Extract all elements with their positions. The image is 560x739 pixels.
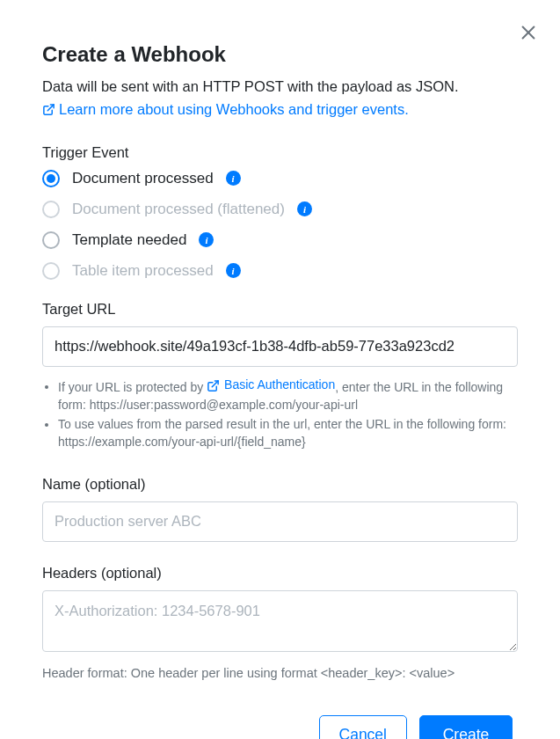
hint-parsed-values: To use values from the parsed result in … xyxy=(58,415,518,451)
radio-icon xyxy=(42,231,60,249)
radio-document-processed-flattened: Document processed (flattened) i xyxy=(42,201,518,218)
close-button[interactable] xyxy=(516,21,541,46)
headers-hint: Header format: One header per line using… xyxy=(42,666,518,680)
external-link-icon xyxy=(42,103,55,116)
info-icon[interactable]: i xyxy=(226,263,241,278)
radio-icon xyxy=(42,170,60,187)
modal-footer: Cancel Create xyxy=(42,715,518,739)
target-url-input[interactable] xyxy=(42,326,518,367)
modal-title: Create a Webhook xyxy=(42,42,518,67)
target-url-hints: If your URL is protected by Basic Authen… xyxy=(42,376,518,451)
headers-input[interactable] xyxy=(42,590,518,652)
learn-more-link[interactable]: Learn more about using Webhooks and trig… xyxy=(42,101,409,118)
radio-icon xyxy=(42,201,60,218)
headers-label: Headers (optional) xyxy=(42,565,518,582)
radio-template-needed[interactable]: Template needed i xyxy=(42,231,518,249)
learn-more-label: Learn more about using Webhooks and trig… xyxy=(59,101,409,118)
close-icon xyxy=(519,23,538,45)
external-link-icon xyxy=(207,379,220,392)
cancel-button[interactable]: Cancel xyxy=(319,715,407,739)
target-url-label: Target URL xyxy=(42,301,518,318)
radio-label: Table item processed xyxy=(72,262,214,280)
trigger-event-label: Trigger Event xyxy=(42,144,518,161)
info-icon[interactable]: i xyxy=(297,201,312,216)
trigger-event-group: Document processed i Document processed … xyxy=(42,170,518,280)
radio-document-processed[interactable]: Document processed i xyxy=(42,170,518,187)
hint-basic-auth: If your URL is protected by Basic Authen… xyxy=(58,376,518,413)
modal-subtitle: Data will be sent with an HTTP POST with… xyxy=(42,76,518,98)
info-icon[interactable]: i xyxy=(199,232,214,247)
name-label: Name (optional) xyxy=(42,476,518,493)
svg-line-2 xyxy=(47,105,54,111)
svg-line-3 xyxy=(212,381,218,387)
radio-table-item-processed: Table item processed i xyxy=(42,262,518,280)
target-url-field: Target URL If your URL is protected by B… xyxy=(42,301,518,451)
info-icon[interactable]: i xyxy=(226,171,241,186)
create-button[interactable]: Create xyxy=(419,715,513,739)
radio-icon xyxy=(42,262,60,280)
headers-field: Headers (optional) Header format: One he… xyxy=(42,565,518,680)
name-field: Name (optional) xyxy=(42,476,518,542)
name-input[interactable] xyxy=(42,501,518,542)
radio-label: Template needed xyxy=(72,231,186,249)
create-webhook-modal: Create a Webhook Data will be sent with … xyxy=(0,0,560,739)
radio-label: Document processed (flattened) xyxy=(72,201,285,218)
basic-auth-link[interactable]: Basic Authentication xyxy=(207,376,335,393)
radio-label: Document processed xyxy=(72,170,214,187)
